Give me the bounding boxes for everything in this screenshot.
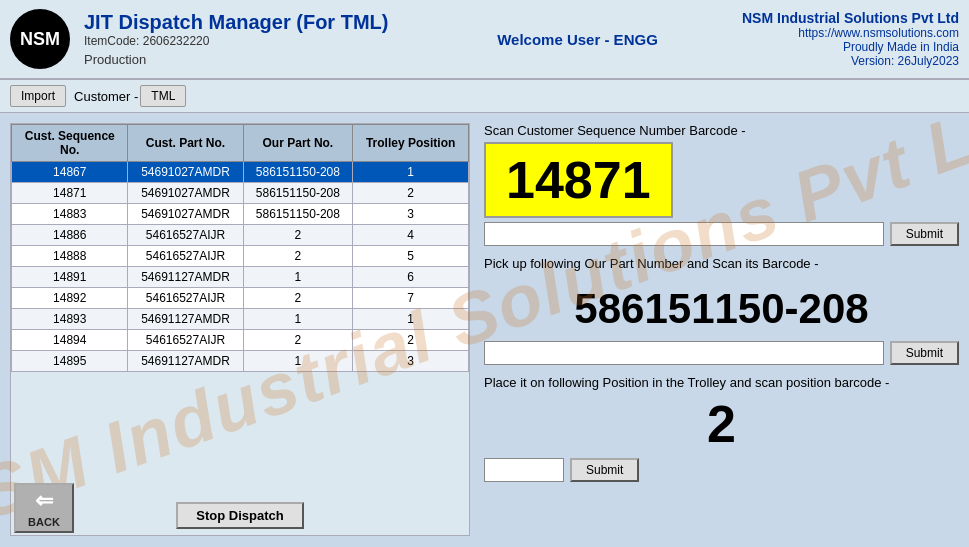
seq-scan-row: Submit <box>484 222 959 246</box>
tml-button[interactable]: TML <box>140 85 186 107</box>
left-panel: Cust. SequenceNo. Cust. Part No. Our Par… <box>10 123 470 536</box>
position-scan-row: Submit <box>484 458 959 482</box>
table-row[interactable]: 1488654616527AIJR24 <box>12 225 469 246</box>
back-button[interactable]: ⇐ BACK <box>14 483 74 533</box>
seq-submit-button[interactable]: Submit <box>890 222 959 246</box>
welcome-message: Welcome User - ENGG <box>413 31 742 48</box>
header-middle: JIT Dispatch Manager (For TML) ItemCode:… <box>84 11 413 67</box>
part-scan-input[interactable] <box>484 341 884 365</box>
table-row[interactable]: 1489554691127AMDR13 <box>12 351 469 372</box>
part-section: Pick up following Our Part Number and Sc… <box>484 256 959 365</box>
company-name: NSM Industrial Solutions Pvt Ltd <box>742 10 959 26</box>
right-panel: Scan Customer Sequence Number Barcode - … <box>484 123 959 536</box>
item-code: ItemCode: 2606232220 <box>84 34 413 48</box>
app-title: JIT Dispatch Manager (For TML) <box>84 11 413 34</box>
part-scan-row: Submit <box>484 341 959 365</box>
seq-scan-input[interactable] <box>484 222 884 246</box>
col-position: Trolley Position <box>353 125 469 162</box>
nsm-logo: NSM <box>10 9 70 69</box>
col-our-part: Our Part No. <box>243 125 353 162</box>
dispatch-table: Cust. SequenceNo. Cust. Part No. Our Par… <box>11 124 469 372</box>
position-label: Place it on following Position in the Tr… <box>484 375 959 390</box>
scan-seq-section: Scan Customer Sequence Number Barcode - … <box>484 123 959 246</box>
table-row[interactable]: 1488854616527AIJR25 <box>12 246 469 267</box>
position-submit-button[interactable]: Submit <box>570 458 639 482</box>
table-row[interactable]: 1489154691127AMDR16 <box>12 267 469 288</box>
toolbar: Import Customer - TML <box>0 80 969 113</box>
table-row[interactable]: 1489454616527AIJR22 <box>12 330 469 351</box>
main-content: Cust. SequenceNo. Cust. Part No. Our Par… <box>0 113 969 546</box>
table-header-row: Cust. SequenceNo. Cust. Part No. Our Par… <box>12 125 469 162</box>
company-tagline: Proudly Made in India <box>742 40 959 54</box>
environment-label: Production <box>84 52 413 67</box>
table-row[interactable]: 1486754691027AMDR586151150-2081 <box>12 162 469 183</box>
back-arrow-icon: ⇐ <box>35 488 53 514</box>
position-section: Place it on following Position in the Tr… <box>484 375 959 482</box>
part-label: Pick up following Our Part Number and Sc… <box>484 256 959 271</box>
table-row[interactable]: 1489254616527AIJR27 <box>12 288 469 309</box>
import-button[interactable]: Import <box>10 85 66 107</box>
table-wrapper: Cust. SequenceNo. Cust. Part No. Our Par… <box>11 124 469 496</box>
stop-dispatch-button[interactable]: Stop Dispatch <box>176 502 303 529</box>
position-number-display: 2 <box>484 394 959 454</box>
app-version: Version: 26July2023 <box>742 54 959 68</box>
table-row[interactable]: 1489354691127AMDR11 <box>12 309 469 330</box>
col-seq: Cust. SequenceNo. <box>12 125 128 162</box>
col-cust-part: Cust. Part No. <box>128 125 243 162</box>
position-scan-input[interactable] <box>484 458 564 482</box>
part-submit-button[interactable]: Submit <box>890 341 959 365</box>
table-row[interactable]: 1488354691027AMDR586151150-2083 <box>12 204 469 225</box>
company-url: https://www.nsmsolutions.com <box>742 26 959 40</box>
table-row[interactable]: 1487154691027AMDR586151150-2082 <box>12 183 469 204</box>
company-info: NSM Industrial Solutions Pvt Ltd https:/… <box>742 10 959 68</box>
app-header: NSM JIT Dispatch Manager (For TML) ItemC… <box>0 0 969 80</box>
part-number-display: 586151150-208 <box>484 275 959 337</box>
back-label: BACK <box>28 516 60 528</box>
scan-seq-label: Scan Customer Sequence Number Barcode - <box>484 123 959 138</box>
customer-label: Customer - <box>74 89 138 104</box>
seq-number-display: 14871 <box>484 142 673 218</box>
